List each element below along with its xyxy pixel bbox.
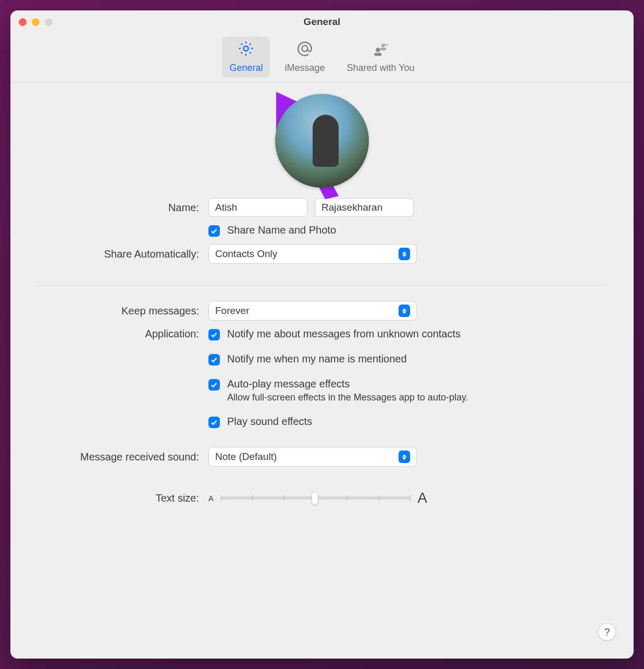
text-size-slider[interactable]	[221, 496, 410, 500]
svg-point-4	[381, 44, 385, 47]
select-stepper-icon	[399, 451, 410, 463]
text-size-label: Text size:	[36, 492, 208, 504]
svg-point-2	[376, 48, 380, 53]
minimize-window-button[interactable]	[32, 18, 40, 26]
tab-imessage[interactable]: iMessage	[277, 37, 332, 78]
application-label: Application:	[36, 328, 208, 340]
select-value: Contacts Only	[215, 248, 277, 260]
help-button[interactable]: ?	[598, 623, 616, 641]
play-sound-label: Play sound effects	[227, 416, 312, 428]
name-label: Name:	[36, 202, 208, 214]
tab-shared-with-you[interactable]: Shared with You	[339, 37, 422, 78]
keep-messages-select[interactable]: Forever	[208, 301, 417, 321]
autoplay-checkbox[interactable]	[208, 379, 220, 391]
window-title: General	[10, 16, 634, 28]
tab-label: General	[229, 63, 263, 74]
toolbar: General iMessage Shared wit	[10, 33, 634, 82]
divider	[36, 286, 608, 286]
gear-icon	[237, 40, 255, 59]
keep-messages-label: Keep messages:	[36, 305, 208, 317]
tab-label: iMessage	[284, 63, 325, 74]
titlebar: General	[10, 10, 634, 33]
select-value: Note (Default)	[215, 451, 277, 463]
at-sign-icon	[296, 40, 314, 59]
notify-mention-checkbox[interactable]	[208, 354, 220, 366]
play-sound-checkbox[interactable]	[208, 417, 220, 428]
preferences-window: General General iMessage	[10, 10, 634, 659]
notify-unknown-label: Notify me about messages from unknown co…	[227, 328, 461, 340]
tab-label: Shared with You	[346, 63, 414, 74]
select-stepper-icon	[399, 248, 410, 260]
autoplay-sublabel: Allow full-screen effects in the Message…	[227, 392, 468, 403]
zoom-window-button[interactable]	[45, 18, 53, 26]
select-value: Forever	[215, 305, 249, 317]
text-size-min-icon: A	[208, 494, 214, 503]
first-name-input[interactable]: Atish	[208, 198, 307, 217]
tab-general[interactable]: General	[222, 37, 270, 78]
window-controls	[19, 18, 53, 26]
slider-thumb[interactable]	[312, 492, 318, 505]
svg-rect-5	[380, 48, 386, 51]
sound-label: Message received sound:	[36, 451, 208, 463]
svg-rect-3	[374, 53, 381, 56]
close-window-button[interactable]	[19, 18, 27, 26]
content-area: Name: Atish Rajasekharan Share Name and …	[10, 82, 634, 659]
svg-point-1	[302, 45, 307, 51]
share-name-photo-checkbox[interactable]	[208, 225, 220, 237]
notify-mention-label: Notify me when my name is mentioned	[227, 353, 407, 365]
notify-unknown-checkbox[interactable]	[208, 329, 220, 340]
select-stepper-icon	[399, 305, 410, 317]
share-name-photo-label: Share Name and Photo	[227, 224, 336, 236]
svg-rect-6	[385, 44, 388, 46]
sound-select[interactable]: Note (Default)	[208, 447, 417, 467]
autoplay-label: Auto-play message effects	[227, 378, 468, 390]
svg-point-0	[244, 46, 249, 51]
profile-avatar[interactable]	[275, 94, 369, 188]
people-icon	[372, 40, 390, 59]
last-name-input[interactable]: Rajasekharan	[315, 198, 414, 217]
text-size-max-icon: A	[417, 490, 427, 506]
share-auto-select[interactable]: Contacts Only	[208, 244, 417, 264]
share-auto-label: Share Automatically:	[36, 248, 208, 260]
